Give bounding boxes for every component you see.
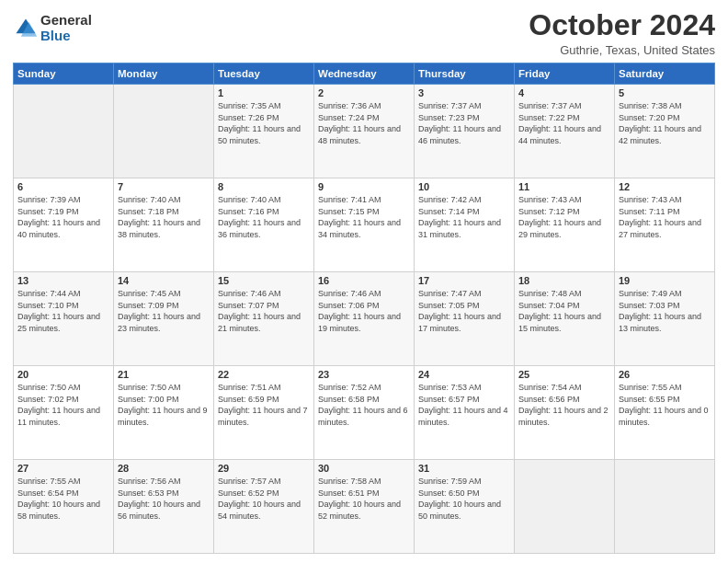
col-saturday: Saturday (615, 63, 715, 85)
day-cell: 26 Sunrise: 7:55 AMSunset: 6:55 PMDaylig… (615, 366, 715, 460)
logo-blue: Blue (40, 29, 92, 44)
day-info: Sunrise: 7:46 AMSunset: 7:07 PMDaylight:… (218, 289, 301, 333)
day-cell: 11 Sunrise: 7:43 AMSunset: 7:12 PMDaylig… (515, 178, 615, 272)
day-cell: 18 Sunrise: 7:48 AMSunset: 7:04 PMDaylig… (515, 272, 615, 366)
day-number: 1 (218, 87, 310, 98)
day-cell: 20 Sunrise: 7:50 AMSunset: 7:02 PMDaylig… (14, 366, 114, 460)
day-number: 22 (218, 369, 310, 380)
day-cell: 15 Sunrise: 7:46 AMSunset: 7:07 PMDaylig… (214, 272, 314, 366)
week-row-5: 27 Sunrise: 7:55 AMSunset: 6:54 PMDaylig… (14, 460, 715, 554)
day-info: Sunrise: 7:41 AMSunset: 7:15 PMDaylight:… (318, 195, 401, 239)
day-number: 25 (518, 369, 610, 380)
day-cell: 4 Sunrise: 7:37 AMSunset: 7:22 PMDayligh… (515, 85, 615, 178)
day-number: 17 (418, 275, 510, 286)
day-number: 11 (518, 181, 610, 192)
day-info: Sunrise: 7:40 AMSunset: 7:18 PMDaylight:… (118, 195, 200, 239)
day-number: 14 (118, 275, 210, 286)
day-cell: 23 Sunrise: 7:52 AMSunset: 6:58 PMDaylig… (314, 366, 415, 460)
day-number: 26 (619, 369, 711, 380)
day-info: Sunrise: 7:43 AMSunset: 7:12 PMDaylight:… (518, 195, 601, 239)
day-number: 29 (218, 463, 310, 474)
day-info: Sunrise: 7:35 AMSunset: 7:26 PMDaylight:… (218, 101, 301, 145)
day-info: Sunrise: 7:55 AMSunset: 6:54 PMDaylight:… (17, 477, 100, 521)
col-sunday: Sunday (14, 63, 114, 85)
day-cell: 27 Sunrise: 7:55 AMSunset: 6:54 PMDaylig… (14, 460, 114, 554)
day-number: 24 (418, 369, 510, 380)
header: General Blue October 2024 Guthrie, Texas… (13, 9, 715, 57)
day-number: 16 (318, 275, 410, 286)
day-info: Sunrise: 7:44 AMSunset: 7:10 PMDaylight:… (17, 289, 100, 333)
day-info: Sunrise: 7:59 AMSunset: 6:50 PMDaylight:… (418, 477, 501, 521)
day-info: Sunrise: 7:37 AMSunset: 7:23 PMDaylight:… (418, 101, 501, 145)
day-cell: 30 Sunrise: 7:58 AMSunset: 6:51 PMDaylig… (314, 460, 415, 554)
day-number: 19 (619, 275, 711, 286)
day-info: Sunrise: 7:50 AMSunset: 7:02 PMDaylight:… (17, 383, 100, 427)
day-number: 27 (17, 463, 109, 474)
day-info: Sunrise: 7:38 AMSunset: 7:20 PMDaylight:… (619, 101, 701, 145)
day-info: Sunrise: 7:42 AMSunset: 7:14 PMDaylight:… (418, 195, 501, 239)
day-cell: 5 Sunrise: 7:38 AMSunset: 7:20 PMDayligh… (615, 85, 715, 178)
day-number: 13 (17, 275, 109, 286)
day-cell: 21 Sunrise: 7:50 AMSunset: 7:00 PMDaylig… (114, 366, 214, 460)
location: Guthrie, Texas, United States (529, 43, 715, 57)
day-header-row: Sunday Monday Tuesday Wednesday Thursday… (14, 63, 715, 85)
calendar-container: General Blue October 2024 Guthrie, Texas… (0, 0, 728, 563)
day-info: Sunrise: 7:47 AMSunset: 7:05 PMDaylight:… (418, 289, 501, 333)
day-cell: 2 Sunrise: 7:36 AMSunset: 7:24 PMDayligh… (314, 85, 415, 178)
day-cell (515, 460, 615, 554)
day-number: 6 (17, 181, 109, 192)
day-info: Sunrise: 7:49 AMSunset: 7:03 PMDaylight:… (619, 289, 701, 333)
day-number: 8 (218, 181, 310, 192)
day-cell: 28 Sunrise: 7:56 AMSunset: 6:53 PMDaylig… (114, 460, 214, 554)
day-info: Sunrise: 7:43 AMSunset: 7:11 PMDaylight:… (619, 195, 701, 239)
col-tuesday: Tuesday (214, 63, 314, 85)
day-number: 12 (619, 181, 711, 192)
logo-icon (13, 16, 39, 41)
logo-general: General (40, 13, 92, 29)
day-cell: 22 Sunrise: 7:51 AMSunset: 6:59 PMDaylig… (214, 366, 314, 460)
logo-text: General Blue (40, 13, 92, 43)
day-info: Sunrise: 7:40 AMSunset: 7:16 PMDaylight:… (218, 195, 301, 239)
day-cell (114, 85, 214, 178)
day-info: Sunrise: 7:46 AMSunset: 7:06 PMDaylight:… (318, 289, 401, 333)
day-cell: 24 Sunrise: 7:53 AMSunset: 6:57 PMDaylig… (415, 366, 515, 460)
day-number: 31 (418, 463, 510, 474)
week-row-3: 13 Sunrise: 7:44 AMSunset: 7:10 PMDaylig… (14, 272, 715, 366)
day-info: Sunrise: 7:48 AMSunset: 7:04 PMDaylight:… (518, 289, 601, 333)
day-cell: 19 Sunrise: 7:49 AMSunset: 7:03 PMDaylig… (615, 272, 715, 366)
day-info: Sunrise: 7:51 AMSunset: 6:59 PMDaylight:… (218, 383, 308, 427)
col-thursday: Thursday (415, 63, 515, 85)
week-row-1: 1 Sunrise: 7:35 AMSunset: 7:26 PMDayligh… (14, 85, 715, 178)
col-friday: Friday (515, 63, 615, 85)
day-cell: 6 Sunrise: 7:39 AMSunset: 7:19 PMDayligh… (14, 178, 114, 272)
day-cell: 12 Sunrise: 7:43 AMSunset: 7:11 PMDaylig… (615, 178, 715, 272)
week-row-4: 20 Sunrise: 7:50 AMSunset: 7:02 PMDaylig… (14, 366, 715, 460)
day-cell: 17 Sunrise: 7:47 AMSunset: 7:05 PMDaylig… (415, 272, 515, 366)
col-monday: Monday (114, 63, 214, 85)
day-cell: 10 Sunrise: 7:42 AMSunset: 7:14 PMDaylig… (415, 178, 515, 272)
day-number: 18 (518, 275, 610, 286)
logo: General Blue (13, 13, 92, 43)
day-info: Sunrise: 7:45 AMSunset: 7:09 PMDaylight:… (118, 289, 200, 333)
day-info: Sunrise: 7:55 AMSunset: 6:55 PMDaylight:… (619, 383, 709, 427)
day-cell: 25 Sunrise: 7:54 AMSunset: 6:56 PMDaylig… (515, 366, 615, 460)
day-info: Sunrise: 7:36 AMSunset: 7:24 PMDaylight:… (318, 101, 401, 145)
day-cell: 9 Sunrise: 7:41 AMSunset: 7:15 PMDayligh… (314, 178, 415, 272)
day-cell: 29 Sunrise: 7:57 AMSunset: 6:52 PMDaylig… (214, 460, 314, 554)
day-number: 3 (418, 87, 510, 98)
month-title: October 2024 (529, 9, 715, 41)
col-wednesday: Wednesday (314, 63, 415, 85)
day-number: 30 (318, 463, 410, 474)
day-number: 28 (118, 463, 210, 474)
week-row-2: 6 Sunrise: 7:39 AMSunset: 7:19 PMDayligh… (14, 178, 715, 272)
day-cell: 16 Sunrise: 7:46 AMSunset: 7:06 PMDaylig… (314, 272, 415, 366)
day-cell: 13 Sunrise: 7:44 AMSunset: 7:10 PMDaylig… (14, 272, 114, 366)
day-info: Sunrise: 7:53 AMSunset: 6:57 PMDaylight:… (418, 383, 508, 427)
day-number: 15 (218, 275, 310, 286)
day-number: 23 (318, 369, 410, 380)
day-number: 21 (118, 369, 210, 380)
day-cell (615, 460, 715, 554)
day-number: 10 (418, 181, 510, 192)
day-info: Sunrise: 7:57 AMSunset: 6:52 PMDaylight:… (218, 477, 301, 521)
day-info: Sunrise: 7:39 AMSunset: 7:19 PMDaylight:… (17, 195, 100, 239)
